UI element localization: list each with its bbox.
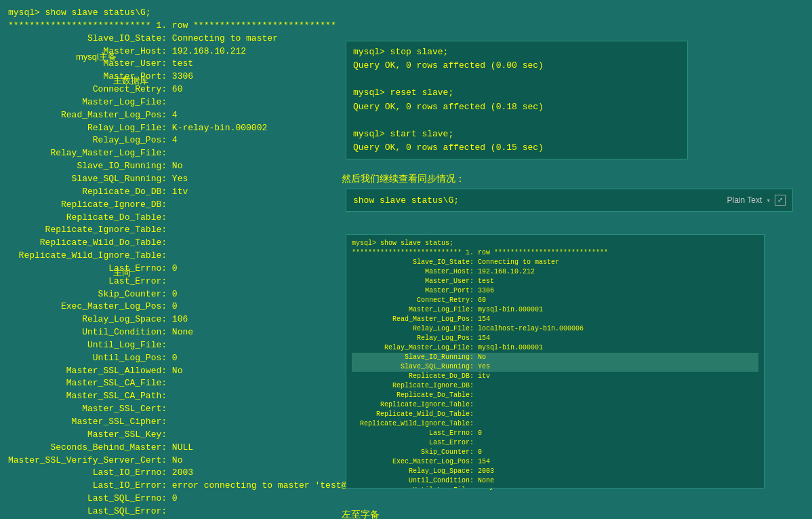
top-right-overlay-text: mysql> stop slave; Query OK, 0 rows affe… — [353, 45, 681, 155]
top-right-overlay: mysql> stop slave; Query OK, 0 rows affe… — [346, 41, 688, 159]
label-info: 主同 — [113, 267, 131, 279]
code-snippet-text: show slave status\G; — [353, 195, 459, 206]
label-mysql-master: mysql主备 — [76, 51, 117, 63]
label-master-num: 主数据库 — [113, 75, 148, 87]
plain-text-dropdown-arrow[interactable]: ▾ — [766, 196, 771, 205]
bottom-overlay-screenshot: mysql> show slave status; **************… — [346, 234, 765, 488]
label-then-check: 然后我们继续查看同步情况： — [342, 173, 465, 185]
expand-icon[interactable]: ⤢ — [775, 195, 786, 206]
label-restart: 左至字备 — [342, 509, 380, 519]
bottom-overlay-text: mysql> show slave status; **************… — [346, 235, 764, 488]
plain-text-label[interactable]: Plain Text — [727, 195, 763, 205]
code-snippet-box: show slave status\G; Plain Text ▾ ⤢ — [346, 189, 793, 212]
